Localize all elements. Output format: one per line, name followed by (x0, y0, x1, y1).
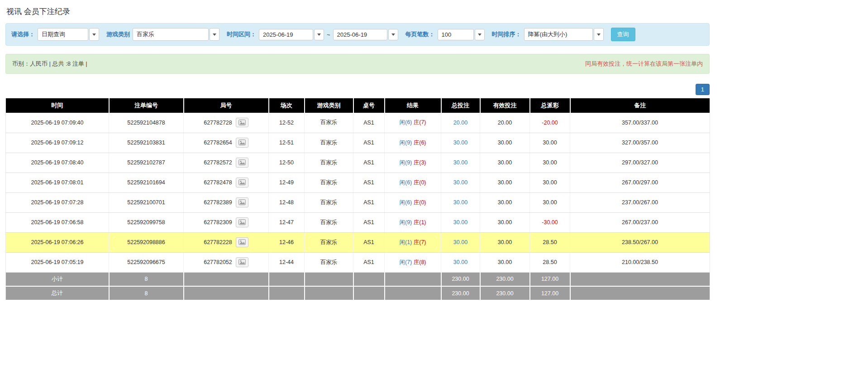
cell-game-type: 百家乐 (305, 153, 353, 173)
total-bet-link[interactable]: 30.00 (453, 259, 467, 265)
select-type-dropdown-button[interactable] (89, 28, 99, 41)
image-icon (238, 219, 246, 225)
total-bet-link[interactable]: 30.00 (453, 179, 467, 186)
column-header-0: 时间 (6, 98, 109, 113)
cell-table-no: AS1 (353, 153, 385, 173)
total-row-empty (269, 286, 305, 300)
column-header-6: 结果 (385, 98, 441, 113)
cell-session: 12-52 (269, 113, 305, 133)
total-row-valid-bet: 230.00 (480, 286, 530, 300)
total-bet-link[interactable]: 30.00 (453, 199, 467, 206)
sort-value[interactable]: 降冪(由大到小) (524, 28, 593, 41)
time-range-label: 时间区间： (227, 30, 256, 38)
total-bet-link[interactable]: 30.00 (453, 139, 467, 146)
cell-round-id: 627782728 (184, 113, 269, 133)
cell-result: 闲(1) 庄(7) (385, 232, 441, 252)
view-round-button[interactable] (236, 158, 248, 167)
subtotal-row-valid-bet: 230.00 (480, 272, 530, 286)
cell-time: 2025-06-19 07:07:28 (6, 192, 109, 212)
cell-total-bet: 30.00 (441, 153, 480, 173)
search-button[interactable]: 查询 (611, 28, 635, 41)
view-round-button[interactable] (236, 178, 248, 187)
total-row: 总计8230.00230.00127.00 (6, 286, 710, 300)
game-type-dropdown-button[interactable] (210, 28, 219, 41)
cell-payout: 28.50 (530, 252, 570, 272)
cell-payout: 30.00 (530, 173, 570, 192)
subtotal-row-empty (184, 272, 269, 286)
total-bet-link[interactable]: 30.00 (453, 239, 467, 245)
date-to-dropdown-button[interactable] (388, 29, 398, 40)
cell-round-id: 627782052 (184, 252, 269, 272)
cell-session: 12-44 (269, 252, 305, 272)
result-player: 闲(9) (399, 159, 412, 166)
cell-result: 闲(6) 庄(0) (385, 173, 441, 192)
table-row: 2025-06-19 07:08:01522592101694627782478… (6, 173, 710, 192)
image-icon (238, 199, 246, 205)
chevron-down-icon (213, 34, 216, 36)
cell-time: 2025-06-19 07:08:01 (6, 173, 109, 192)
cell-round-id: 627782478 (184, 173, 269, 192)
cell-session: 12-50 (269, 153, 305, 173)
cell-payout: 28.50 (530, 232, 570, 252)
result-banker: 庄(0) (414, 199, 426, 206)
cell-bet-id: 522592096675 (109, 252, 184, 272)
total-row-payout: 127.00 (530, 286, 570, 300)
table-row: 2025-06-19 07:05:19522592096675627782052… (6, 252, 710, 272)
filter-group-per-page: 每页笔数： 100 (405, 29, 485, 40)
table-row: 2025-06-19 07:08:40522592102787627782572… (6, 153, 710, 173)
image-icon (238, 159, 246, 165)
date-to-input[interactable]: 2025-06-19 (333, 29, 387, 40)
result-banker: 庄(7) (414, 239, 426, 245)
cell-total-bet: 30.00 (441, 192, 480, 212)
total-row-empty (570, 286, 710, 300)
page-title: 视讯 会员下注纪录 (6, 6, 862, 17)
view-round-button[interactable] (236, 217, 248, 227)
total-bet-link[interactable]: 30.00 (453, 159, 467, 166)
sort-dropdown-button[interactable] (594, 28, 604, 41)
content: 请选择： 日期查询 游戏类别 百家乐 时间区间： 2025-06-19 (5, 23, 710, 301)
game-type-combo: 百家乐 (133, 28, 219, 41)
round-number: 627782728 (204, 120, 232, 126)
view-round-button[interactable] (236, 118, 248, 127)
filter-group-sort: 时间排序： 降冪(由大到小) (492, 28, 604, 41)
image-icon (238, 120, 246, 125)
pagination-page-1-button[interactable]: 1 (696, 84, 710, 95)
total-bet-link[interactable]: 30.00 (453, 219, 467, 226)
view-round-button[interactable] (236, 257, 248, 267)
subtotal-row-total-bet: 230.00 (441, 272, 480, 286)
cell-game-type: 百家乐 (305, 133, 353, 153)
image-icon (238, 239, 246, 245)
cell-valid-bet: 30.00 (480, 212, 530, 232)
result-banker: 庄(6) (414, 139, 426, 146)
date-from-dropdown-button[interactable] (314, 29, 324, 40)
table-body: 2025-06-19 07:09:40522592104878627782728… (6, 113, 710, 300)
view-round-button[interactable] (236, 138, 248, 147)
per-page-dropdown-button[interactable] (475, 29, 485, 40)
cell-time: 2025-06-19 07:08:40 (6, 153, 109, 173)
cell-payout: 30.00 (530, 192, 570, 212)
result-player: 闲(6) (399, 119, 412, 125)
cell-total-bet: 30.00 (441, 232, 480, 252)
cell-total-bet: 20.00 (441, 113, 480, 133)
cell-result: 闲(9) 庄(6) (385, 133, 441, 153)
game-type-value[interactable]: 百家乐 (133, 28, 209, 41)
column-header-1: 注单编号 (109, 98, 184, 113)
per-page-value[interactable]: 100 (438, 29, 474, 40)
result-player: 闲(9) (399, 219, 412, 226)
cell-bet-id: 522592103831 (109, 133, 184, 153)
date-from-input[interactable]: 2025-06-19 (259, 29, 313, 40)
cell-bet-id: 522592100701 (109, 192, 184, 212)
column-header-2: 局号 (184, 98, 269, 113)
filter-group-game-type: 游戏类别 百家乐 (106, 28, 219, 41)
select-type-value[interactable]: 日期查询 (38, 28, 88, 41)
cell-game-type: 百家乐 (305, 232, 353, 252)
cell-table-no: AS1 (353, 212, 385, 232)
date-from-combo: 2025-06-19 (259, 29, 324, 40)
view-round-button[interactable] (236, 197, 248, 207)
column-header-9: 总派彩 (530, 98, 570, 113)
view-round-button[interactable] (236, 237, 248, 247)
table-row: 2025-06-19 07:06:58522592099758627782309… (6, 212, 710, 232)
total-bet-link[interactable]: 20.00 (453, 120, 467, 126)
cell-note: 297.00/327.00 (570, 153, 710, 173)
round-number: 627782572 (204, 159, 232, 166)
